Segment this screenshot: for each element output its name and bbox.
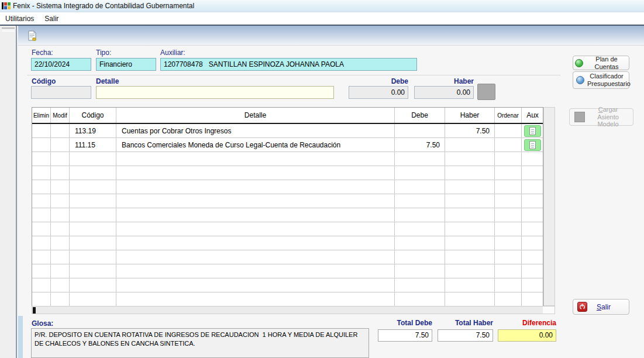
table-row-empty[interactable] xyxy=(32,236,543,250)
table-cell-aux xyxy=(522,292,543,306)
table-cell-detalle xyxy=(116,166,395,180)
total-debe-field: 7.50 xyxy=(378,329,432,342)
splitter-grip[interactable] xyxy=(2,27,15,32)
table-cell-elimin xyxy=(32,250,51,264)
table-vertical-scrollbar[interactable] xyxy=(543,107,555,306)
scrollbar-corner xyxy=(543,307,555,314)
table-cell-codigo xyxy=(70,278,116,292)
cargar-asiento-modelo-button[interactable]: Cargar Asiento Modelo xyxy=(569,108,633,126)
column-header-haber: Haber xyxy=(445,108,495,123)
clasificador-label: Clasificador Presupuestario xyxy=(587,73,626,87)
green-sphere-icon xyxy=(575,59,583,67)
aux-button[interactable] xyxy=(524,125,541,137)
aux-button[interactable] xyxy=(524,139,541,151)
table-cell-elimin xyxy=(32,292,51,306)
table-cell-modif xyxy=(51,124,70,138)
table-cell-detalle xyxy=(116,222,395,236)
table-cell-ordenar xyxy=(495,278,522,292)
table-cell-haber xyxy=(445,278,495,292)
codigo-field[interactable] xyxy=(31,86,91,99)
table-cell-modif xyxy=(51,222,70,236)
table-row-empty[interactable] xyxy=(32,166,543,180)
detalle-label: Detalle xyxy=(96,77,119,85)
menu-utilitarios[interactable]: Utilitarios xyxy=(0,13,39,24)
menu-salir[interactable]: Salir xyxy=(39,13,64,24)
gray-square-icon xyxy=(574,112,585,122)
table-cell-ordenar xyxy=(495,208,522,222)
table-horizontal-scrollbar[interactable] xyxy=(32,306,555,314)
new-document-icon xyxy=(27,30,37,41)
table-cell-aux xyxy=(522,278,543,292)
menu-bar: Utilitarios Salir xyxy=(0,12,644,25)
table-cell-elimin xyxy=(32,222,51,236)
haber-field[interactable]: 0.00 xyxy=(414,86,474,99)
table-cell-haber xyxy=(445,208,495,222)
table-row-empty[interactable] xyxy=(32,222,543,236)
table-cell-modif xyxy=(51,278,70,292)
add-entry-button[interactable] xyxy=(477,84,495,100)
clasificador-presupuestario-button[interactable]: Clasificador Presupuestario xyxy=(573,71,629,89)
table-cell-modif xyxy=(51,250,70,264)
table-cell-aux xyxy=(522,236,543,250)
table-cell-debe xyxy=(395,152,445,166)
table-row[interactable]: 111.15Bancos Comerciales Moneda de Curso… xyxy=(32,138,543,152)
table-cell-elimin xyxy=(32,166,51,180)
table-cell-elimin xyxy=(32,180,51,194)
table-cell-modif xyxy=(51,180,70,194)
auxiliar-field[interactable]: 1207708478 SANTILLAN ESPINOZA JOHANNA PA… xyxy=(160,58,417,71)
column-header-codigo: Código xyxy=(70,108,116,123)
column-header-modif: Modif xyxy=(51,108,70,123)
table-cell-codigo xyxy=(70,292,116,306)
table-row-empty[interactable] xyxy=(32,194,543,208)
table-cell-ordenar xyxy=(495,292,522,306)
table-row-empty[interactable] xyxy=(32,180,543,194)
table-cell-modif xyxy=(51,194,70,208)
table-cell-detalle xyxy=(116,264,395,278)
total-debe-label: Total Debe xyxy=(378,319,432,327)
tipo-label: Tipo: xyxy=(96,49,111,57)
codigo-label: Código xyxy=(32,77,56,85)
column-header-detalle: Detalle xyxy=(116,108,395,123)
table-cell-elimin xyxy=(32,152,51,166)
glosa-textarea[interactable]: P/R. DEPOSITO EN CUENTA ROTATIVA DE INGR… xyxy=(31,328,369,358)
table-cell-elimin xyxy=(32,138,51,152)
table-row-empty[interactable] xyxy=(32,278,543,292)
new-entry-button[interactable] xyxy=(26,29,39,42)
column-header-ordenar: Ordenar xyxy=(495,108,522,123)
table-cell-debe xyxy=(395,208,445,222)
salir-button[interactable]: Salir xyxy=(573,299,629,315)
table-header-row: EliminModifCódigoDetalleDebeHaberOrdenar… xyxy=(32,108,543,124)
table-cell-detalle xyxy=(116,278,395,292)
table-cell-ordenar xyxy=(495,138,522,152)
table-cell-detalle xyxy=(116,152,395,166)
table-cell-haber xyxy=(445,138,495,152)
table-row-empty[interactable] xyxy=(32,250,543,264)
cargar-asiento-label: Cargar Asiento Modelo xyxy=(588,106,629,128)
table-cell-haber xyxy=(445,264,495,278)
table-cell-haber xyxy=(445,152,495,166)
total-haber-label: Total Haber xyxy=(438,319,493,327)
fecha-field[interactable]: 22/10/2024 xyxy=(31,58,91,71)
table-cell-haber xyxy=(445,222,495,236)
document-icon xyxy=(529,127,536,135)
table-row-empty[interactable] xyxy=(32,208,543,222)
table-row-empty[interactable] xyxy=(32,264,543,278)
table-cell-debe xyxy=(395,222,445,236)
table-cell-ordenar xyxy=(495,264,522,278)
app-icon[interactable] xyxy=(2,2,11,10)
table-row[interactable]: 113.19Cuentas por Cobrar Otros Ingresos7… xyxy=(32,124,543,138)
detalle-field[interactable] xyxy=(96,86,334,99)
table-row-empty[interactable] xyxy=(32,152,543,166)
table-row-empty[interactable] xyxy=(32,292,543,306)
table-cell-codigo xyxy=(70,166,116,180)
debe-field[interactable]: 0.00 xyxy=(349,86,408,99)
diferencia-field: 0.00 xyxy=(498,329,556,342)
haber-label: Haber xyxy=(414,77,474,85)
table-cell-aux xyxy=(522,152,543,166)
plan-de-cuentas-button[interactable]: Plan de Cuentas xyxy=(573,56,629,70)
tipo-field[interactable]: Financiero xyxy=(96,58,156,71)
table-cell-debe xyxy=(395,250,445,264)
scrollbar-marker xyxy=(33,307,36,314)
plan-de-cuentas-label: Plan de Cuentas xyxy=(586,56,627,70)
table-cell-haber xyxy=(445,292,495,306)
